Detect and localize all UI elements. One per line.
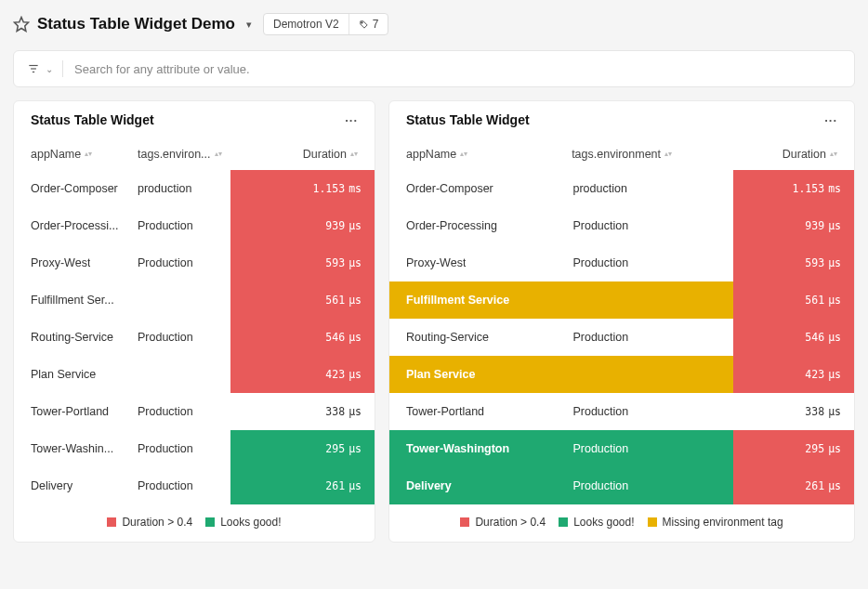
- search-input[interactable]: [72, 61, 841, 77]
- cell-appname: Tower-Washin...: [14, 430, 138, 467]
- table-row[interactable]: Tower-PortlandProduction338µs: [389, 393, 854, 430]
- cell-appname: Order-Processing: [389, 207, 572, 244]
- cell-appname: Order-Composer: [389, 170, 572, 207]
- col-appname[interactable]: appName▴▾: [406, 148, 572, 161]
- cell-environment: [138, 281, 230, 319]
- cell-environment: Production: [572, 319, 733, 356]
- svg-point-1: [361, 21, 362, 22]
- legend-swatch: [559, 517, 568, 527]
- table-row[interactable]: Fulfillment Service561µs: [389, 281, 854, 319]
- table-row[interactable]: DeliveryProduction261µs: [14, 467, 375, 504]
- table-row[interactable]: Tower-Washin...Production295µs: [14, 430, 375, 467]
- legend-swatch: [648, 517, 657, 527]
- legend-swatch: [107, 517, 116, 527]
- cell-appname: Tower-Washington: [389, 430, 572, 467]
- separator: [62, 60, 63, 77]
- legend-swatch: [205, 517, 215, 527]
- cell-appname: Proxy-West: [389, 244, 572, 281]
- page-title: Status Table Widget Demo: [37, 15, 235, 33]
- cell-appname: Tower-Portland: [14, 393, 138, 430]
- cell-environment: Production: [138, 467, 230, 504]
- table-row[interactable]: Plan Service423µs: [389, 356, 854, 393]
- col-environment[interactable]: tags.environ...▴▾: [138, 148, 230, 161]
- table-row[interactable]: Fulfillment Ser...561µs: [14, 281, 375, 319]
- panel-title: Status Table Widget: [406, 112, 530, 127]
- project-pill[interactable]: Demotron V2 7: [263, 13, 388, 35]
- project-name: Demotron V2: [264, 14, 349, 34]
- legend-label: Missing environment tag: [663, 516, 783, 529]
- table-row[interactable]: Proxy-WestProduction593µs: [14, 244, 375, 281]
- cell-appname: Routing-Service: [14, 319, 138, 356]
- cell-duration: 423µs: [733, 356, 854, 393]
- panel-menu-icon[interactable]: ···: [345, 113, 358, 127]
- legend-label: Duration > 0.4: [475, 516, 546, 529]
- search-bar: ⌄: [13, 50, 855, 87]
- cell-environment: production: [138, 170, 230, 207]
- cell-duration: 593µs: [733, 244, 854, 281]
- cell-environment: Production: [138, 393, 230, 430]
- tag-count: 7: [349, 14, 388, 34]
- table-row[interactable]: Proxy-WestProduction593µs: [389, 244, 854, 281]
- legend-label: Looks good!: [573, 516, 634, 529]
- cell-appname: Plan Service: [389, 356, 572, 393]
- cell-environment: Production: [138, 319, 230, 356]
- legend-label: Duration > 0.4: [122, 516, 192, 529]
- table-row[interactable]: Order-Composerproduction1.153ms: [14, 170, 375, 207]
- status-table-panel-2: Status Table Widget ··· appName▴▾ tags.e…: [388, 100, 855, 543]
- sort-caret-icon: ▴▾: [664, 151, 672, 157]
- panel-menu-icon[interactable]: ···: [824, 113, 837, 127]
- cell-environment: Production: [138, 244, 230, 281]
- cell-duration: 338µs: [733, 393, 854, 430]
- legend: Duration > 0.4Looks good!Missing environ…: [389, 504, 854, 542]
- legend-swatch: [460, 517, 469, 527]
- col-duration[interactable]: Duration▴▾: [717, 148, 837, 161]
- chevron-down-icon: ⌄: [46, 64, 53, 74]
- cell-duration: 939µs: [230, 207, 375, 244]
- table-row[interactable]: DeliveryProduction261µs: [389, 467, 854, 504]
- cell-environment: Production: [138, 430, 230, 467]
- table-row[interactable]: Tower-PortlandProduction338µs: [14, 393, 375, 430]
- cell-environment: Production: [572, 467, 733, 504]
- table-row[interactable]: Routing-ServiceProduction546µs: [389, 319, 854, 356]
- sort-caret-icon: ▴▾: [215, 151, 222, 157]
- favorite-star-icon[interactable]: [13, 16, 30, 33]
- legend-label: Looks good!: [220, 516, 281, 529]
- cell-appname: Delivery: [14, 467, 138, 504]
- cell-environment: production: [572, 170, 733, 207]
- page-header: Status Table Widget Demo ▾ Demotron V2 7: [13, 13, 855, 35]
- sort-caret-icon: ▴▾: [830, 151, 837, 157]
- table-body: Order-Composerproduction1.153msOrder-Pro…: [14, 170, 375, 504]
- col-duration[interactable]: Duration▴▾: [230, 148, 358, 161]
- cell-appname: Tower-Portland: [389, 393, 572, 430]
- cell-duration: 1.153ms: [733, 170, 854, 207]
- cell-duration: 593µs: [230, 244, 375, 281]
- status-table-panel-1: Status Table Widget ··· appName▴▾ tags.e…: [13, 100, 375, 543]
- col-environment[interactable]: tags.environment▴▾: [572, 148, 717, 161]
- col-appname[interactable]: appName▴▾: [31, 148, 138, 161]
- table-row[interactable]: Order-Processi...Production939µs: [14, 207, 375, 244]
- table-row[interactable]: Order-Composerproduction1.153ms: [389, 170, 854, 207]
- table-row[interactable]: Tower-WashingtonProduction295µs: [389, 430, 854, 467]
- filter-funnel-icon[interactable]: ⌄: [27, 62, 53, 75]
- cell-environment: Production: [572, 207, 733, 244]
- sort-caret-icon: ▴▾: [460, 151, 467, 157]
- svg-marker-0: [15, 18, 29, 32]
- cell-duration: 295µs: [230, 430, 375, 467]
- title-chevron-icon[interactable]: ▾: [243, 19, 256, 31]
- table-row[interactable]: Order-ProcessingProduction939µs: [389, 207, 854, 244]
- cell-environment: [138, 356, 230, 393]
- tag-icon: [359, 20, 369, 30]
- table-row[interactable]: Routing-ServiceProduction546µs: [14, 319, 375, 356]
- legend-item: Looks good!: [559, 516, 634, 529]
- table-header: appName▴▾ tags.environment▴▾ Duration▴▾: [389, 127, 854, 170]
- cell-appname: Proxy-West: [14, 244, 138, 281]
- cell-environment: Production: [572, 393, 733, 430]
- legend-item: Duration > 0.4: [107, 516, 192, 529]
- cell-appname: Order-Composer: [14, 170, 138, 207]
- legend-item: Duration > 0.4: [460, 516, 546, 529]
- table-row[interactable]: Plan Service423µs: [14, 356, 375, 393]
- cell-duration: 546µs: [733, 319, 854, 356]
- legend-item: Looks good!: [205, 516, 281, 529]
- cell-environment: Production: [572, 244, 733, 281]
- cell-appname: Routing-Service: [389, 319, 572, 356]
